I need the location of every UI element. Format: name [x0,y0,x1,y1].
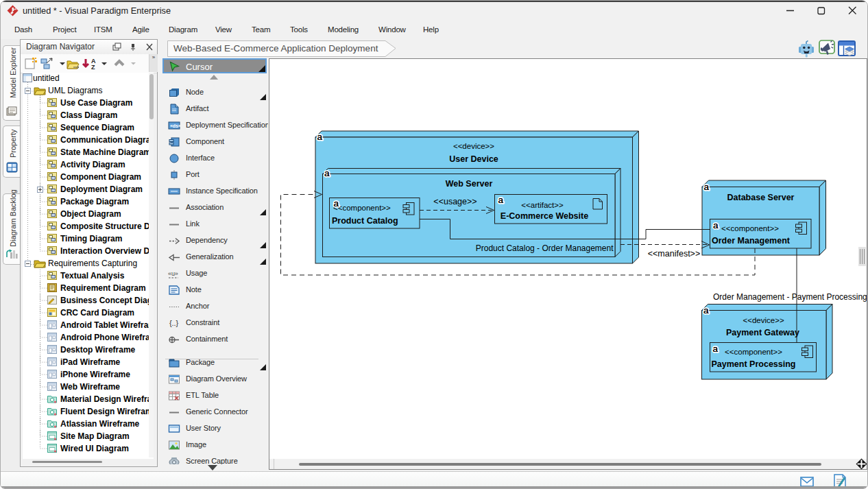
svg-text:a: a [317,132,323,142]
svg-text:a: a [704,182,710,192]
svg-text:<<component>>: <<component>> [725,348,782,356]
svg-text:Payment Gateway: Payment Gateway [726,328,799,337]
svg-text:a: a [324,168,330,178]
svg-text:{..}: {..} [169,319,178,327]
svg-text:User Device: User Device [449,154,498,164]
svg-text:Order Management - Payment Pro: Order Management - Payment Processing [713,292,867,302]
svg-text:<<manifest>>: <<manifest>> [648,249,700,259]
svg-text:a: a [498,195,504,205]
svg-text:«ds»: «ds» [170,123,180,128]
svg-text:Web Server: Web Server [446,179,493,189]
svg-text:a: a [713,220,719,230]
svg-text:Database Server: Database Server [727,193,795,202]
svg-text:a: a [703,305,709,315]
svg-text:Product Catalog: Product Catalog [332,216,398,226]
svg-text:Payment Processing: Payment Processing [712,359,796,369]
svg-text:<<device>>: <<device>> [743,316,784,324]
svg-text:«u»: «u» [168,270,178,277]
svg-text:<<component>>: <<component>> [333,204,391,212]
svg-text:Z: Z [91,64,95,71]
svg-text:<<usage>>: <<usage>> [433,197,477,206]
svg-text:Order Management: Order Management [712,236,791,246]
svg-text:<<artifact>>: <<artifact>> [521,201,564,209]
svg-text:a: a [713,344,719,354]
svg-text:<<device>>: <<device>> [453,142,494,150]
svg-text:a: a [334,198,339,208]
svg-text:<<component>>: <<component>> [721,224,779,232]
svg-text:Product Catalog - Order Manage: Product Catalog - Order Management [476,243,614,253]
svg-text:E-Commerce Website: E-Commerce Website [501,211,588,221]
